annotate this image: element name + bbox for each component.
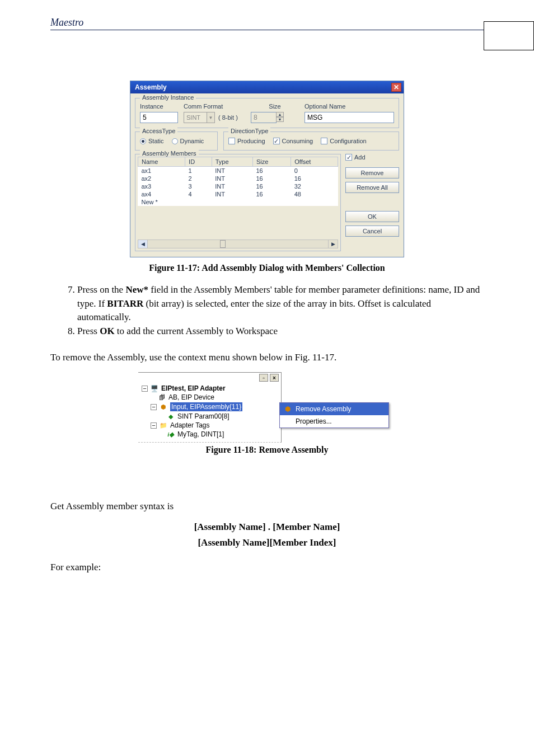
- col-offset[interactable]: Offset: [291, 157, 338, 167]
- menu-properties[interactable]: Properties...: [280, 415, 388, 428]
- table-row[interactable]: ax33INT1632: [138, 182, 338, 190]
- dialog-title: Assembly: [135, 83, 167, 91]
- param-icon: ◆: [166, 412, 175, 420]
- members-hscroll[interactable]: ◀ ▶: [138, 240, 338, 248]
- device-icon: 🗐: [157, 393, 166, 401]
- close-icon[interactable]: ×: [270, 374, 279, 382]
- configuration-check-label: Configuration: [330, 138, 366, 144]
- tree-figure: ▫ × − 🖥️ EIPtest, EIP Adapter 🗐 AB, EIP …: [138, 372, 396, 443]
- close-icon: ✕: [394, 84, 399, 91]
- figure-11-17-caption: Figure 11-17: Add Assembly Dialog with M…: [50, 263, 484, 273]
- members-table[interactable]: Name ID Type Size Offset ax11INT160 ax22…: [138, 157, 338, 206]
- remove-assembly-icon: ⬢: [283, 405, 292, 414]
- restore-icon[interactable]: ▫: [259, 374, 268, 382]
- col-id[interactable]: ID: [185, 157, 212, 167]
- col-name[interactable]: Name: [138, 157, 185, 167]
- table-row[interactable]: ax44INT1648: [138, 190, 338, 198]
- step-7: Press on the New* field in the Assembly …: [77, 283, 484, 325]
- tree-root-label: EIPtest, EIP Adapter: [161, 384, 226, 392]
- dialog-close-button[interactable]: ✕: [391, 83, 401, 92]
- remove-paragraph: To remove the Assembly, use the context …: [50, 351, 484, 365]
- assembly-members-label: Assembly Members: [140, 150, 199, 157]
- spinner-up-icon: ▲: [276, 112, 284, 117]
- add-check-label: Add: [354, 154, 366, 161]
- comm-format-value: SINT: [184, 113, 207, 122]
- optional-name-input[interactable]: [305, 112, 394, 123]
- tree-node-device[interactable]: 🗐 AB, EIP Device: [142, 393, 279, 402]
- tree-node-param-label: SINT Param00[8]: [177, 412, 229, 420]
- table-row[interactable]: ax22INT1616: [138, 175, 338, 182]
- add-check[interactable]: ✓Add: [345, 154, 399, 161]
- col-size[interactable]: Size: [252, 157, 291, 167]
- col-type[interactable]: Type: [212, 157, 252, 167]
- tree-node-tags[interactable]: − 📁 Adapter Tags: [142, 421, 279, 430]
- remove-button[interactable]: Remove: [345, 167, 399, 179]
- figure-11-18-caption: Figure 11-18: Remove Assembly: [50, 445, 484, 455]
- comm-format-combo[interactable]: SINT ▼: [184, 112, 215, 123]
- static-radio-label: Static: [148, 138, 164, 144]
- running-head: Maestro: [50, 17, 484, 30]
- tree-node-param[interactable]: ◆ SINT Param00[8]: [142, 412, 279, 421]
- cancel-button[interactable]: Cancel: [345, 226, 399, 237]
- instance-label: Instance: [140, 103, 178, 110]
- size-spinner[interactable]: ▲ ▼: [276, 112, 284, 123]
- direction-type-label: DirectionType: [228, 128, 270, 134]
- adapter-icon: 🖥️: [150, 384, 159, 392]
- table-row-new[interactable]: New *: [138, 198, 338, 206]
- tag-icon: i◆: [166, 430, 175, 438]
- syntax-line-2: [Assembly Name][Member Index]: [50, 537, 484, 548]
- producing-check[interactable]: Producing: [228, 138, 265, 144]
- collapse-icon: −: [142, 386, 148, 392]
- tree-node-input[interactable]: − ⬢ Input, EIPAssembly{11}: [142, 402, 279, 412]
- for-example: For example:: [50, 561, 484, 575]
- syntax-intro: Get Assembly member syntax is: [50, 500, 484, 514]
- consuming-check[interactable]: ✓Consuming: [273, 138, 313, 144]
- tree-node-mytag[interactable]: i◆ MyTag, DINT[1]: [142, 430, 279, 439]
- collapse-icon: −: [151, 422, 157, 429]
- steps-list: Press on the New* field in the Assembly …: [50, 283, 484, 339]
- blank-icon: [283, 417, 292, 426]
- assembly-dialog: Assembly ✕ Assembly Instance Instance Co…: [130, 81, 404, 257]
- bits-label: ( 8-bit ): [217, 112, 239, 123]
- size-input: [251, 112, 277, 123]
- producing-check-label: Producing: [237, 138, 265, 144]
- step-8: Press OK to add the current Assembly to …: [77, 325, 484, 339]
- instance-input[interactable]: [140, 112, 178, 123]
- tree-node-mytag-label: MyTag, DINT[1]: [177, 430, 224, 438]
- assembly-instance-group: Assembly Instance Instance Comm Format S…: [135, 98, 399, 128]
- menu-remove-assembly-label: Remove Assembly: [296, 405, 351, 413]
- tree-pane-titlebar: ▫ ×: [138, 373, 281, 383]
- tree-root[interactable]: − 🖥️ EIPtest, EIP Adapter: [142, 384, 279, 393]
- context-menu: ⬢ Remove Assembly Properties...: [279, 402, 389, 428]
- access-type-label: AccessType: [140, 128, 177, 134]
- table-row[interactable]: ax11INT160: [138, 167, 338, 175]
- comm-format-label: Comm Format: [184, 103, 245, 110]
- collapse-icon: −: [151, 404, 157, 410]
- header-corner-box: [484, 21, 534, 50]
- dynamic-radio[interactable]: Dynamic: [172, 138, 204, 144]
- static-radio[interactable]: Static: [140, 138, 164, 144]
- assembly-icon: ⬢: [159, 403, 168, 411]
- chevron-down-icon: ▼: [207, 112, 214, 123]
- consuming-check-label: Consuming: [282, 138, 313, 144]
- assembly-instance-label: Assembly Instance: [140, 94, 196, 101]
- scroll-thumb[interactable]: [220, 240, 226, 248]
- assembly-members-group: Assembly Members Name ID Type Size Offse…: [135, 154, 341, 251]
- tree-node-input-label: Input, EIPAssembly{11}: [170, 402, 242, 411]
- folder-icon: 📁: [159, 421, 168, 429]
- direction-type-group: DirectionType Producing ✓Consuming Confi…: [223, 132, 399, 151]
- tree-node-device-label: AB, EIP Device: [168, 393, 214, 401]
- size-label: Size: [251, 103, 299, 110]
- scroll-right-icon: ▶: [328, 240, 338, 248]
- menu-remove-assembly[interactable]: ⬢ Remove Assembly: [280, 403, 388, 415]
- spinner-down-icon: ▼: [276, 117, 284, 122]
- syntax-line-1: [Assembly Name] . [Member Name]: [50, 522, 484, 533]
- configuration-check[interactable]: Configuration: [321, 138, 366, 144]
- scroll-left-icon: ◀: [138, 240, 148, 248]
- running-head-text: Maestro: [50, 17, 484, 29]
- ok-button[interactable]: OK: [345, 211, 399, 222]
- dialog-title-bar: Assembly ✕: [130, 81, 404, 93]
- remove-all-button[interactable]: Remove All: [345, 182, 399, 193]
- tree-node-tags-label: Adapter Tags: [170, 421, 210, 429]
- access-type-group: AccessType Static Dynamic: [135, 132, 218, 151]
